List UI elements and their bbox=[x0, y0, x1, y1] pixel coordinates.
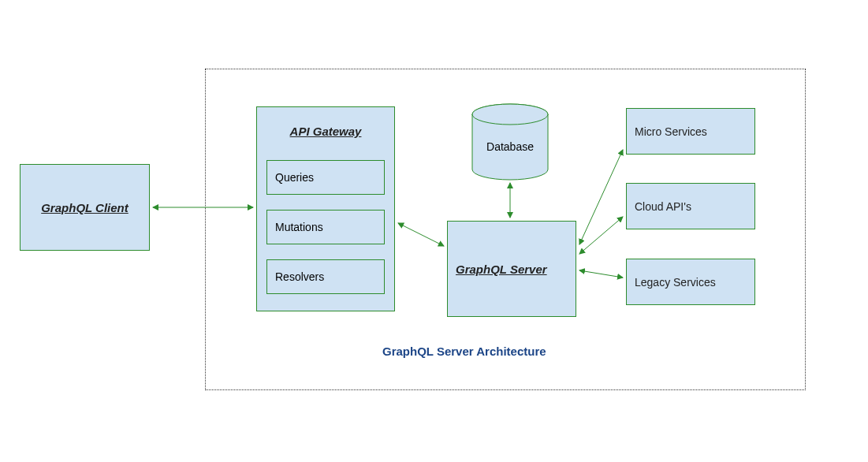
legacy-services-box: Legacy Services bbox=[626, 259, 755, 305]
mutations-label: Mutations bbox=[275, 221, 323, 233]
micro-services-box: Micro Services bbox=[626, 108, 755, 155]
cloud-apis-label: Cloud API's bbox=[635, 200, 691, 213]
cloud-apis-box: Cloud API's bbox=[626, 183, 755, 229]
queries-box: Queries bbox=[266, 160, 385, 195]
micro-services-label: Micro Services bbox=[635, 125, 707, 138]
graphql-server-box: GraphQL Server bbox=[447, 221, 576, 317]
diagram-caption: GraphQL Server Architecture bbox=[382, 345, 546, 358]
graphql-client-box: GraphQL Client bbox=[20, 164, 150, 251]
graphql-server-label: GraphQL Server bbox=[456, 263, 547, 276]
legacy-services-label: Legacy Services bbox=[635, 276, 716, 289]
queries-label: Queries bbox=[275, 171, 314, 184]
resolvers-label: Resolvers bbox=[275, 270, 324, 283]
resolvers-box: Resolvers bbox=[266, 259, 385, 294]
api-gateway-title: API Gateway bbox=[290, 125, 362, 138]
svg-point-1 bbox=[472, 104, 548, 125]
mutations-box: Mutations bbox=[266, 210, 385, 244]
graphql-client-label: GraphQL Client bbox=[41, 201, 129, 214]
database-label: Database bbox=[471, 140, 549, 153]
